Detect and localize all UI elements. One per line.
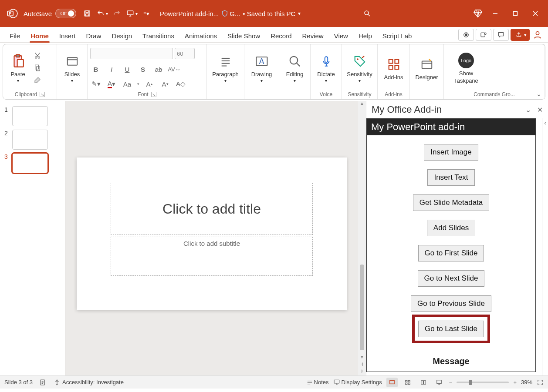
prev-slide-icon[interactable]: ⦉	[361, 362, 363, 369]
goto-last-button[interactable]: Go to Last Slide	[418, 321, 484, 337]
addins-button[interactable]: Add-ins	[382, 56, 406, 80]
scroll-up-icon[interactable]: ▲	[360, 101, 364, 108]
designer-button[interactable]: Designer	[413, 56, 441, 80]
zoom-slider[interactable]	[457, 382, 509, 383]
paragraph-button[interactable]: Paragraph▾	[213, 53, 238, 83]
save-icon[interactable]	[80, 6, 95, 21]
cut-icon[interactable]	[32, 50, 43, 61]
save-status[interactable]: • Saved to this PC	[243, 10, 295, 17]
tab-transitions[interactable]: Transitions	[137, 29, 179, 42]
bold-button[interactable]: B	[90, 64, 101, 75]
font-color-button[interactable]: A▾	[106, 78, 117, 90]
present-icon[interactable]: ▾	[124, 6, 139, 21]
teams-button[interactable]	[476, 29, 491, 41]
account-icon[interactable]	[531, 30, 544, 40]
tab-draw[interactable]: Draw	[81, 29, 106, 42]
slide-canvas-area[interactable]: Click to add title Click to add subtitle	[65, 101, 358, 375]
reading-view-icon[interactable]	[418, 378, 429, 387]
tab-record[interactable]: Record	[265, 29, 297, 42]
font-name-input[interactable]	[90, 48, 173, 59]
taskpane-close-icon[interactable]: ✕	[537, 106, 543, 114]
display-settings-button[interactable]: Display Settings	[333, 379, 382, 385]
clipboard-launcher-icon[interactable]: ↘	[40, 92, 45, 97]
notes-button[interactable]: Notes	[307, 379, 329, 385]
zoom-in-icon[interactable]: +	[513, 379, 517, 385]
drawing-button[interactable]: A Drawing▾	[250, 53, 274, 83]
format-painter-icon[interactable]	[32, 74, 43, 86]
insert-image-button[interactable]: Insert Image	[424, 144, 478, 161]
show-taskpane-button[interactable]: Logo Show Taskpane	[451, 52, 481, 84]
copy-icon[interactable]	[32, 62, 43, 74]
chevron-down-icon[interactable]: ▾	[298, 10, 301, 17]
paste-button[interactable]: Paste▾	[6, 53, 30, 83]
taskpane-collapse-icon[interactable]: ‹	[542, 118, 548, 375]
shrink-font-button[interactable]: A▾	[159, 78, 171, 90]
scroll-thumb[interactable]	[360, 265, 364, 350]
normal-view-icon[interactable]	[386, 378, 398, 387]
maximize-button[interactable]	[505, 6, 525, 21]
goto-first-button[interactable]: Go to First Slide	[418, 245, 484, 261]
tab-design[interactable]: Design	[106, 29, 137, 42]
comments-button[interactable]	[493, 29, 509, 41]
font-size-input[interactable]	[175, 48, 195, 59]
thumb-3[interactable]: 3	[0, 151, 65, 175]
camera-button[interactable]	[458, 29, 474, 41]
zoom-value[interactable]: 39%	[521, 379, 532, 385]
sorter-view-icon[interactable]	[402, 378, 413, 387]
slides-button[interactable]: Slides▾	[60, 53, 85, 83]
qat-more-icon[interactable]: ⁼▾	[139, 6, 154, 21]
autosave-control[interactable]: AutoSave Off	[24, 9, 76, 18]
subtitle-placeholder[interactable]: Click to add subtitle	[111, 237, 313, 276]
tab-view[interactable]: View	[329, 29, 353, 42]
tab-help[interactable]: Help	[353, 29, 377, 42]
document-name[interactable]: PowerPoint add-in...	[160, 10, 219, 17]
add-slides-button[interactable]: Add Slides	[427, 220, 475, 236]
underline-button[interactable]: U	[122, 64, 133, 75]
zoom-out-icon[interactable]: −	[449, 379, 453, 385]
tab-insert[interactable]: Insert	[54, 29, 81, 42]
tab-animations[interactable]: Animations	[179, 29, 222, 42]
change-case-button[interactable]: Aa	[122, 78, 133, 90]
undo-icon[interactable]: ▾	[95, 6, 109, 21]
shadow-button[interactable]: S	[137, 64, 149, 75]
redo-icon[interactable]	[109, 6, 124, 21]
thumb-2[interactable]: 2	[0, 128, 65, 151]
minimize-button[interactable]	[485, 6, 505, 21]
diamond-icon[interactable]	[470, 6, 485, 21]
tab-file[interactable]: File	[4, 29, 25, 42]
share-button[interactable]: ▾	[511, 29, 530, 41]
search-icon[interactable]	[360, 6, 375, 21]
clear-format-button[interactable]: A◇	[175, 78, 186, 90]
editing-button[interactable]: Editing▾	[283, 53, 307, 83]
italic-button[interactable]: I	[106, 64, 117, 75]
tab-scriptlab[interactable]: Script Lab	[377, 29, 417, 42]
collapse-ribbon-icon[interactable]: ⌄	[536, 90, 541, 97]
tab-home[interactable]: Home	[25, 29, 54, 42]
taskpane-menu-icon[interactable]: ⌄	[525, 106, 531, 114]
next-slide-icon[interactable]: ⦊	[361, 369, 363, 375]
char-spacing-button[interactable]: AV↔	[169, 64, 180, 75]
highlight-button[interactable]: ✎▾	[90, 78, 101, 90]
get-metadata-button[interactable]: Get Slide Metadata	[413, 194, 490, 211]
thumb-1[interactable]: 1	[0, 104, 65, 128]
goto-next-button[interactable]: Go to Next Slide	[418, 270, 485, 287]
font-launcher-icon[interactable]: ↘	[151, 92, 156, 97]
accessibility-status[interactable]: Accessibility: Investigate	[54, 379, 124, 386]
tab-review[interactable]: Review	[297, 29, 329, 42]
spellcheck-icon[interactable]	[40, 379, 47, 386]
dictate-button[interactable]: Dictate▾	[314, 53, 338, 83]
goto-previous-button[interactable]: Go to Previous Slide	[411, 295, 491, 312]
tab-slideshow[interactable]: Slide Show	[222, 29, 265, 42]
sensitivity-button[interactable]: Sensitivity▾	[345, 53, 375, 83]
vertical-scrollbar[interactable]: ▲ ▼ ⦉ ⦊	[358, 101, 366, 375]
strike-button[interactable]: ab	[153, 64, 164, 75]
fit-window-icon[interactable]	[537, 379, 544, 385]
autosave-toggle[interactable]: Off	[55, 9, 76, 18]
slide-counter[interactable]: Slide 3 of 3	[4, 379, 33, 385]
insert-text-button[interactable]: Insert Text	[427, 169, 474, 186]
scroll-down-icon[interactable]: ▼	[360, 355, 364, 362]
slide-canvas[interactable]: Click to add title Click to add subtitle	[77, 157, 347, 310]
title-placeholder[interactable]: Click to add title	[111, 183, 313, 235]
close-button[interactable]	[525, 6, 545, 21]
slideshow-view-icon[interactable]	[433, 378, 445, 387]
